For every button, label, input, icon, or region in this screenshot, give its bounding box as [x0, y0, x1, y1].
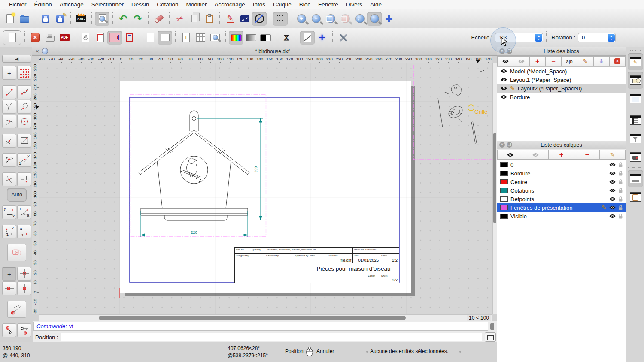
zoom-in-button[interactable]: +	[294, 12, 309, 26]
undo-button[interactable]: ↶	[116, 12, 131, 26]
visibility-eye-icon[interactable]	[500, 77, 507, 82]
zoom-pan-button[interactable]: ✚	[382, 12, 396, 26]
export-pdf-button[interactable]: PDF	[57, 31, 72, 45]
layer-remove-button[interactable]: −	[574, 150, 600, 160]
restrict-nothing-button[interactable]: +	[2, 267, 16, 281]
visibility-eye-icon[interactable]	[609, 214, 616, 219]
palette-collapse-button[interactable]: ◀	[2, 55, 31, 63]
block-add-button[interactable]: +	[529, 56, 546, 66]
block-hide-all-button[interactable]	[513, 56, 529, 66]
visibility-eye-icon[interactable]	[609, 179, 616, 184]
horizontal-scrollbar-thumb[interactable]	[99, 316, 406, 320]
layer-row[interactable]: Centre	[497, 178, 626, 186]
snap-on-entity-button[interactable]	[17, 85, 31, 99]
zoom-to-page-button[interactable]	[208, 31, 222, 45]
visibility-eye-icon[interactable]	[500, 94, 507, 100]
position-window-button[interactable]	[485, 332, 496, 342]
fit-to-viewport-button[interactable]	[107, 31, 122, 45]
fit-to-page-button[interactable]	[93, 31, 107, 45]
snap-tangent-button[interactable]	[17, 100, 31, 114]
draft-mode-button[interactable]	[252, 12, 267, 26]
snap-nearest-button[interactable]	[2, 115, 16, 128]
layer-row[interactable]: Defpoints	[497, 195, 626, 203]
dock-property-list-button[interactable]	[628, 112, 643, 129]
horizontal-scrollbar[interactable]: 10 < 100	[39, 314, 492, 321]
coordinate-polar-button[interactable]: ra	[17, 205, 31, 219]
dock-drag-handle[interactable]	[629, 49, 641, 51]
layer-show-all-button[interactable]	[497, 150, 523, 160]
zoom-auto-button[interactable]: ⃞	[323, 12, 338, 26]
grayscale-mode-button[interactable]	[243, 31, 258, 45]
layer-edit-button[interactable]: ✎	[599, 150, 626, 160]
open-document-button[interactable]	[17, 12, 32, 26]
drawing-canvas[interactable]: 209 220	[39, 63, 492, 314]
zoom-out-button[interactable]: −	[309, 12, 323, 26]
panel-close-icon[interactable]: ✕	[499, 142, 505, 148]
block-row[interactable]: ✎Layout2 (*Paper_Space0)	[497, 84, 626, 93]
snap-free-button[interactable]: +	[2, 66, 16, 80]
dock-library-browser-button[interactable]	[628, 90, 643, 107]
dock-viewport-button[interactable]	[628, 148, 643, 166]
layer-row[interactable]: Cotations	[497, 186, 626, 195]
coordinate-cartesian-button[interactable]: yx	[2, 205, 16, 219]
stepper-icon[interactable]: ▲▼	[535, 34, 542, 42]
redo-button[interactable]: ↷	[131, 12, 145, 26]
visibility-eye-icon[interactable]	[609, 171, 616, 176]
draft-page-button[interactable]	[300, 31, 315, 45]
visibility-eye-icon[interactable]	[609, 188, 616, 193]
snap-perpendicular-button[interactable]	[2, 100, 16, 114]
copy-button[interactable]	[187, 12, 202, 26]
polyline-mode-button[interactable]	[237, 12, 252, 26]
restrict-vertical-button[interactable]	[17, 281, 31, 295]
dock-block-list-button[interactable]: ✎	[628, 53, 643, 70]
block-remove-button[interactable]: −	[545, 56, 562, 66]
visibility-eye-icon[interactable]	[609, 196, 616, 202]
menu-item-modifier[interactable]: Modifier	[182, 1, 210, 8]
menu-item-edition[interactable]: Édition	[30, 1, 56, 8]
lock-icon[interactable]	[618, 196, 623, 202]
snap-reference-button[interactable]	[17, 134, 31, 148]
menu-item-fichier[interactable]: Fichier	[5, 1, 30, 8]
dock-layer-list-button[interactable]	[628, 72, 643, 89]
visibility-eye-icon[interactable]	[609, 162, 616, 167]
command-scrollbar-thumb[interactable]	[490, 323, 494, 330]
layer-add-button[interactable]: +	[548, 150, 574, 160]
export-svg-button[interactable]: SVG	[74, 12, 88, 26]
pan-paper-button[interactable]	[78, 31, 93, 45]
menu-item-accrochage[interactable]: Accrochage	[210, 1, 249, 8]
print-settings-button[interactable]	[336, 31, 350, 45]
block-row[interactable]: Model (*Model_Space)	[497, 67, 626, 75]
menu-item-affichage[interactable]: Affichage	[56, 1, 88, 8]
snap-middle-button[interactable]	[2, 134, 16, 148]
visibility-eye-icon[interactable]	[500, 86, 507, 91]
new-document-button[interactable]	[3, 12, 17, 26]
lock-icon[interactable]	[618, 162, 623, 168]
angle-gauge-button[interactable]	[7, 301, 26, 318]
visibility-eye-icon[interactable]	[609, 205, 616, 210]
panel-float-icon[interactable]: ❐	[507, 142, 512, 148]
layer-row[interactable]: 0	[497, 160, 626, 169]
lock-icon[interactable]	[618, 187, 623, 193]
rotation-combobox[interactable]: 0 ▲▼	[578, 33, 616, 42]
blackwhite-mode-button[interactable]	[258, 31, 273, 45]
block-row[interactable]: Layout1 (*Paper_Space)	[497, 75, 626, 84]
layer-row[interactable]: Visible	[497, 212, 626, 220]
menu-item-dessin[interactable]: Dessin	[128, 1, 153, 8]
snap-exclude-button[interactable]	[7, 244, 26, 261]
restrict-orthogonal-button[interactable]	[17, 267, 31, 281]
layer-row[interactable]: Bordure	[497, 169, 626, 178]
restrict-horizontal-button[interactable]	[2, 281, 16, 295]
layer-hide-all-button[interactable]	[523, 150, 549, 160]
center-to-page-button[interactable]	[122, 31, 137, 45]
lock-relative-zero-button[interactable]	[17, 323, 31, 337]
grid-toggle-button[interactable]	[273, 12, 288, 26]
edit-entity-button[interactable]: ✎	[223, 12, 237, 26]
block-rename-button[interactable]: a|b	[561, 56, 577, 66]
lock-icon[interactable]	[618, 205, 623, 211]
close-preview-button[interactable]: ✕	[28, 31, 43, 45]
paper-preview-toggle-button[interactable]	[3, 30, 21, 45]
lock-icon[interactable]	[618, 179, 623, 185]
show-crosshair-button[interactable]: +	[315, 31, 329, 45]
print-button[interactable]	[43, 31, 57, 45]
menu-item-fenetre[interactable]: Fenêtre	[314, 1, 342, 8]
